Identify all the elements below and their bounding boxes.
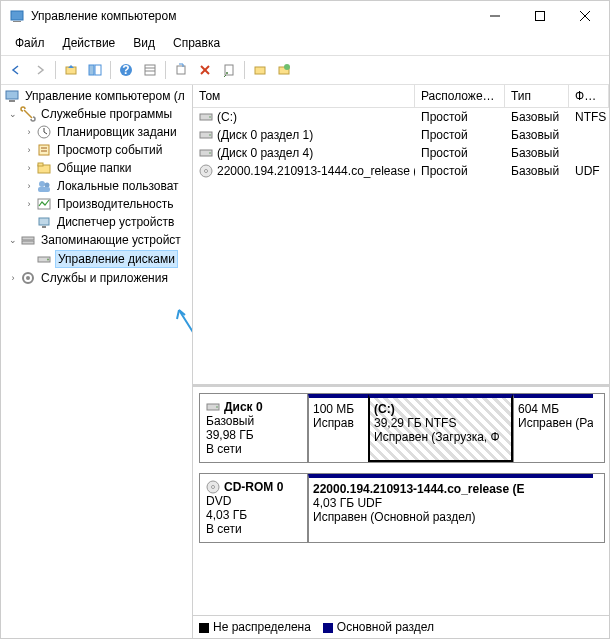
window-title: Управление компьютером [31,9,472,23]
drive-icon [199,129,213,141]
expand-icon[interactable]: › [23,124,35,140]
volume-name: (Диск 0 раздел 4) [217,146,313,160]
partition[interactable]: (C:)39,29 ГБ NTFSИсправен (Загрузка, Ф [368,394,513,462]
properties-button[interactable] [218,59,240,81]
col-type[interactable]: Тип [505,85,569,107]
collapse-icon[interactable]: ⌄ [7,232,19,248]
disk-size: 4,03 ГБ [206,508,301,522]
partition-size: 604 МБ [518,402,559,416]
back-button[interactable] [5,59,27,81]
tree-pane[interactable]: Управление компьютером (л ⌄ Служебные пр… [1,85,193,638]
volume-row[interactable]: (Диск 0 раздел 4) Простой Базовый [193,144,609,162]
partition-status: Исправен (Ра [518,416,593,430]
expand-icon[interactable]: › [7,270,19,286]
collapse-icon[interactable]: ⌄ [7,106,19,122]
up-button[interactable] [60,59,82,81]
svg-rect-6 [66,67,76,74]
right-pane: Том Расположение Тип Файло (C:) Простой … [193,85,609,638]
svg-rect-29 [38,163,43,166]
volume-layout: Простой [415,127,505,143]
partition[interactable]: 604 МБИсправен (Ра [513,394,593,462]
tree-users[interactable]: › Локальные пользоват [1,177,192,195]
svg-rect-23 [9,100,15,102]
clock-icon [36,124,52,140]
tree-diskmgmt[interactable]: Управление дисками [1,249,192,269]
svg-point-53 [212,486,215,489]
volume-name: (Диск 0 раздел 1) [217,128,313,142]
drive-icon [199,147,213,159]
disk-row[interactable]: Диск 0 Базовый 39,98 ГБ В сети100 МБИспр… [199,393,605,463]
volume-name: (C:) [217,110,237,124]
disk-icon [36,251,52,267]
tree-devmgr[interactable]: Диспетчер устройств [1,213,192,231]
partition[interactable]: 22000.194.210913-1444.co_release (E4,03 … [308,474,593,542]
tree-scheduler[interactable]: › Планировщик задани [1,123,192,141]
volume-type: Базовый [505,109,569,125]
svg-point-18 [226,72,228,74]
col-layout[interactable]: Расположение [415,85,505,107]
col-fs[interactable]: Файло [569,85,609,107]
minimize-button[interactable] [472,2,517,30]
expand-icon[interactable]: › [23,196,35,212]
maximize-button[interactable] [517,2,562,30]
svg-rect-3 [535,12,544,21]
volume-list[interactable]: Том Расположение Тип Файло (C:) Простой … [193,85,609,385]
partition-status: Исправен (Основной раздел) [313,510,475,524]
close-button[interactable] [562,2,607,30]
expand-icon[interactable]: › [23,178,35,194]
expand-icon[interactable]: › [23,160,35,176]
svg-point-47 [209,152,211,154]
legend-unalloc-swatch [199,623,209,633]
volume-row[interactable]: 22000.194.210913-1444.co_release (E:) Пр… [193,162,609,180]
col-volume[interactable]: Том [193,85,415,107]
tree-storage[interactable]: ⌄ Запоминающие устройст [1,231,192,249]
tree-root[interactable]: Управление компьютером (л [1,87,192,105]
show-hide-tree-button[interactable] [84,59,106,81]
refresh-button[interactable] [170,59,192,81]
tree-systools[interactable]: ⌄ Служебные программы [1,105,192,123]
delete-button[interactable] [194,59,216,81]
svg-point-21 [284,64,290,70]
help-button[interactable]: ? [115,59,137,81]
folder-icon [36,160,52,176]
svg-rect-22 [6,91,18,99]
partition-size: 100 МБ [313,402,354,416]
volume-type: Базовый [505,127,569,143]
volume-row[interactable]: (Диск 0 раздел 1) Простой Базовый [193,126,609,144]
legend-primary: Основной раздел [337,620,434,634]
partition-size: 4,03 ГБ UDF [313,496,382,510]
menu-action[interactable]: Действие [55,33,124,53]
volume-layout: Простой [415,163,505,179]
menu-help[interactable]: Справка [165,33,228,53]
title-bar: Управление компьютером [1,1,609,31]
tree-folders[interactable]: › Общие папки [1,159,192,177]
storage-icon [20,232,36,248]
legend-primary-swatch [323,623,333,633]
menu-view[interactable]: Вид [125,33,163,53]
svg-point-45 [209,134,211,136]
svg-point-30 [39,181,45,187]
action2-button[interactable] [273,59,295,81]
partition-label: (C:) [374,402,507,416]
drive-icon [199,111,213,123]
tree-services[interactable]: › Службы и приложения [1,269,192,287]
volume-row[interactable]: (C:) Простой Базовый NTFS [193,108,609,126]
views-button[interactable] [139,59,161,81]
svg-point-31 [45,183,50,188]
tree-events[interactable]: › Просмотр событий [1,141,192,159]
volume-fs [569,145,609,161]
forward-button[interactable] [29,59,51,81]
volume-header: Том Расположение Тип Файло [193,85,609,108]
partition-label: 22000.194.210913-1444.co_release (E [313,482,589,496]
disk-row[interactable]: CD-ROM 0 DVD 4,03 ГБ В сети22000.194.210… [199,473,605,543]
volume-layout: Простой [415,145,505,161]
disk-graphical-view[interactable]: Диск 0 Базовый 39,98 ГБ В сети100 МБИспр… [193,385,609,615]
action1-button[interactable] [249,59,271,81]
svg-text:?: ? [122,63,129,77]
partition[interactable]: 100 МБИсправ [308,394,368,462]
events-icon [36,142,52,158]
menu-file[interactable]: Файл [7,33,53,53]
tree-perf[interactable]: › Производительность [1,195,192,213]
svg-point-41 [26,276,30,280]
expand-icon[interactable]: › [23,142,35,158]
